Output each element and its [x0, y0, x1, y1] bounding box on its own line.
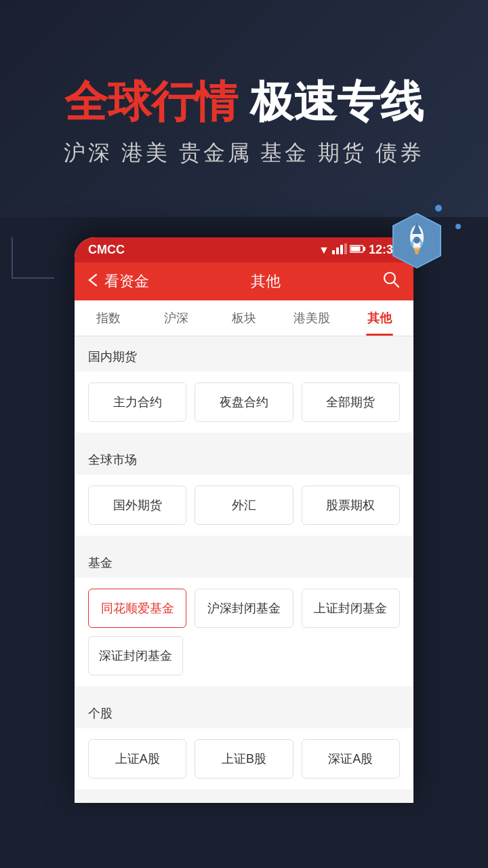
header-center-title: 其他: [149, 271, 382, 292]
btn-night-contract[interactable]: 夜盘合约: [195, 382, 293, 422]
app-header: 看资金 其他: [75, 262, 413, 300]
banner-title-red: 全球行情: [64, 77, 238, 126]
section-global-markets: 全球市场 国外期货 外汇 股票期权: [75, 439, 413, 536]
divider-3: [75, 686, 413, 693]
divider-1: [75, 433, 413, 439]
carrier-label: CMCC: [88, 243, 125, 257]
btn-main-contract[interactable]: 主力合约: [88, 382, 186, 422]
banner-title-white: 极速专线: [238, 77, 424, 126]
section-stocks: 个股 上证A股 上证B股 深证A股: [75, 693, 413, 789]
banner-title: 全球行情 极速专线: [64, 76, 424, 128]
svg-rect-14: [336, 248, 339, 254]
btn-shanghai-closed-fund[interactable]: 上证封闭基金: [302, 589, 400, 628]
phone-mockup: CMCC ▼: [0, 217, 488, 803]
section-body-funds: 同花顺爱基金 沪深封闭基金 上证封闭基金 深证封闭基金: [75, 578, 413, 686]
btn-tonghuashun-fund[interactable]: 同花顺爱基金: [88, 589, 186, 628]
section-body-domestic-futures: 主力合约 夜盘合约 全部期货: [75, 372, 413, 433]
btn-shanghai-b[interactable]: 上证B股: [195, 739, 293, 778]
button-row-funds-1: 同花顺爱基金 沪深封闭基金 上证封闭基金: [88, 589, 400, 628]
btn-forex[interactable]: 外汇: [195, 486, 293, 525]
button-row-funds-2: 深证封闭基金: [88, 636, 400, 675]
section-body-global: 国外期货 外汇 股票期权: [75, 475, 413, 536]
tab-other[interactable]: 其他: [346, 300, 413, 336]
btn-stock-options[interactable]: 股票期权: [302, 486, 400, 525]
status-bar: CMCC ▼: [75, 237, 413, 262]
section-header-domestic-futures: 国内期货: [75, 336, 413, 372]
banner: 全球行情 极速专线 沪深 港美 贵金属 基金 期货 债券: [0, 0, 488, 217]
tab-bar: 指数 沪深 板块 港美股 其他: [75, 300, 413, 336]
svg-rect-16: [344, 243, 347, 254]
button-row-global: 国外期货 外汇 股票期权: [88, 486, 400, 525]
signal-icon: [332, 243, 347, 257]
wifi-icon: ▼: [319, 244, 329, 256]
svg-point-10: [413, 237, 420, 243]
section-domestic-futures: 国内期货 主力合约 夜盘合约 全部期货: [75, 336, 413, 433]
section-funds: 基金 同花顺爱基金 沪深封闭基金 上证封闭基金 深证封闭基金: [75, 542, 413, 686]
content-area: 国内期货 主力合约 夜盘合约 全部期货 全球市场 国外期货 外汇: [75, 336, 413, 803]
btn-hushen-closed-fund[interactable]: 沪深封闭基金: [195, 589, 293, 628]
tab-index[interactable]: 指数: [75, 300, 142, 336]
svg-rect-18: [363, 247, 365, 251]
btn-shenzhen-closed-fund[interactable]: 深证封闭基金: [88, 636, 183, 675]
section-header-global: 全球市场: [75, 439, 413, 475]
tab-blocks[interactable]: 板块: [210, 300, 278, 336]
banner-subtitle: 沪深 港美 贵金属 基金 期货 债券: [64, 138, 424, 168]
btn-shenzhen-a[interactable]: 深证A股: [302, 739, 400, 778]
phone-screen: CMCC ▼: [75, 237, 413, 803]
svg-rect-15: [340, 245, 343, 254]
battery-icon: [350, 244, 366, 256]
btn-foreign-futures[interactable]: 国外期货: [88, 486, 186, 525]
header-left-title: 看资金: [104, 271, 149, 292]
button-row-stocks: 上证A股 上证B股 深证A股: [88, 739, 400, 778]
svg-rect-19: [350, 246, 360, 251]
tab-hushen[interactable]: 沪深: [142, 300, 210, 336]
svg-line-21: [394, 282, 399, 287]
divider-2: [75, 536, 413, 542]
button-row-domestic: 主力合约 夜盘合约 全部期货: [88, 382, 400, 422]
section-body-stocks: 上证A股 上证B股 深证A股: [75, 728, 413, 789]
tab-hkus[interactable]: 港美股: [278, 300, 346, 336]
section-header-stocks: 个股: [75, 693, 413, 728]
btn-all-futures[interactable]: 全部期货: [302, 382, 400, 422]
rocket-icon: [386, 210, 447, 274]
svg-rect-13: [332, 250, 335, 254]
section-header-funds: 基金: [75, 542, 413, 578]
back-button[interactable]: [88, 273, 98, 290]
btn-shanghai-a[interactable]: 上证A股: [88, 739, 186, 778]
